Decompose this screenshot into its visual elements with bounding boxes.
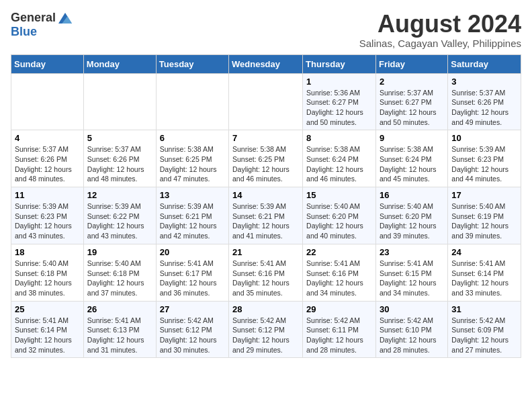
calendar-cell: 29Sunrise: 5:42 AMSunset: 6:11 PMDayligh… [303, 301, 376, 358]
day-info: Sunrise: 5:42 AMSunset: 6:09 PMDaylight:… [451, 316, 517, 355]
calendar-cell: 7Sunrise: 5:38 AMSunset: 6:25 PMDaylight… [229, 130, 303, 187]
calendar-week-row: 18Sunrise: 5:40 AMSunset: 6:18 PMDayligh… [11, 244, 521, 301]
day-number: 16 [380, 190, 444, 200]
calendar-cell: 18Sunrise: 5:40 AMSunset: 6:18 PMDayligh… [11, 244, 84, 301]
day-info: Sunrise: 5:41 AMSunset: 6:14 PMDaylight:… [451, 259, 517, 298]
calendar-cell [11, 73, 84, 130]
day-number: 31 [451, 304, 517, 314]
day-number: 3 [451, 77, 517, 87]
day-number: 21 [232, 247, 299, 257]
day-info: Sunrise: 5:39 AMSunset: 6:21 PMDaylight:… [160, 201, 225, 241]
day-number: 20 [160, 247, 225, 257]
day-number: 17 [451, 190, 517, 200]
day-info: Sunrise: 5:38 AMSunset: 6:24 PMDaylight:… [380, 144, 444, 184]
calendar-cell: 30Sunrise: 5:42 AMSunset: 6:10 PMDayligh… [375, 301, 447, 358]
calendar-cell: 6Sunrise: 5:38 AMSunset: 6:25 PMDaylight… [156, 130, 228, 187]
header-wednesday: Wednesday [229, 54, 303, 73]
calendar-cell: 13Sunrise: 5:39 AMSunset: 6:21 PMDayligh… [156, 187, 228, 244]
day-number: 11 [15, 190, 80, 200]
day-number: 24 [451, 247, 517, 257]
day-info: Sunrise: 5:36 AMSunset: 6:27 PMDaylight:… [306, 88, 372, 128]
logo-general-text: General [11, 11, 56, 25]
calendar-cell: 26Sunrise: 5:41 AMSunset: 6:13 PMDayligh… [83, 301, 156, 358]
calendar-week-row: 4Sunrise: 5:37 AMSunset: 6:26 PMDaylight… [11, 130, 521, 187]
day-info: Sunrise: 5:41 AMSunset: 6:16 PMDaylight:… [232, 259, 299, 298]
calendar-cell: 3Sunrise: 5:37 AMSunset: 6:26 PMDaylight… [448, 73, 521, 130]
day-info: Sunrise: 5:42 AMSunset: 6:10 PMDaylight:… [380, 316, 444, 355]
day-info: Sunrise: 5:41 AMSunset: 6:15 PMDaylight:… [380, 259, 444, 298]
page-header: General Blue August 2024 Salinas, Cagaya… [11, 11, 521, 49]
header-friday: Friday [375, 54, 447, 73]
day-info: Sunrise: 5:37 AMSunset: 6:26 PMDaylight:… [451, 88, 517, 128]
day-number: 25 [15, 304, 80, 314]
day-info: Sunrise: 5:40 AMSunset: 6:18 PMDaylight:… [87, 259, 152, 298]
day-number: 28 [232, 304, 299, 314]
day-info: Sunrise: 5:40 AMSunset: 6:18 PMDaylight:… [15, 259, 80, 298]
day-number: 15 [306, 190, 372, 200]
calendar-cell: 1Sunrise: 5:36 AMSunset: 6:27 PMDaylight… [303, 73, 376, 130]
day-info: Sunrise: 5:38 AMSunset: 6:24 PMDaylight:… [306, 144, 372, 184]
day-info: Sunrise: 5:39 AMSunset: 6:22 PMDaylight:… [87, 201, 152, 241]
day-info: Sunrise: 5:37 AMSunset: 6:27 PMDaylight:… [380, 88, 444, 128]
calendar-cell: 16Sunrise: 5:40 AMSunset: 6:20 PMDayligh… [375, 187, 447, 244]
day-number: 14 [232, 190, 299, 200]
calendar-cell: 25Sunrise: 5:41 AMSunset: 6:14 PMDayligh… [11, 301, 84, 358]
day-number: 19 [87, 247, 152, 257]
day-number: 13 [160, 190, 225, 200]
day-number: 30 [380, 304, 444, 314]
day-info: Sunrise: 5:40 AMSunset: 6:19 PMDaylight:… [451, 201, 517, 241]
location-title: Salinas, Cagayan Valley, Philippines [359, 38, 521, 49]
header-saturday: Saturday [448, 54, 521, 73]
header-sunday: Sunday [11, 54, 84, 73]
calendar-cell: 17Sunrise: 5:40 AMSunset: 6:19 PMDayligh… [448, 187, 521, 244]
day-info: Sunrise: 5:38 AMSunset: 6:25 PMDaylight:… [232, 144, 299, 184]
calendar-cell: 5Sunrise: 5:37 AMSunset: 6:26 PMDaylight… [83, 130, 156, 187]
calendar-week-row: 25Sunrise: 5:41 AMSunset: 6:14 PMDayligh… [11, 301, 521, 358]
calendar-week-row: 11Sunrise: 5:39 AMSunset: 6:23 PMDayligh… [11, 187, 521, 244]
day-info: Sunrise: 5:39 AMSunset: 6:21 PMDaylight:… [232, 201, 299, 241]
day-number: 12 [87, 190, 152, 200]
day-number: 1 [306, 77, 372, 87]
day-info: Sunrise: 5:42 AMSunset: 6:12 PMDaylight:… [232, 316, 299, 355]
day-number: 10 [451, 133, 517, 143]
calendar-cell: 14Sunrise: 5:39 AMSunset: 6:21 PMDayligh… [229, 187, 303, 244]
day-info: Sunrise: 5:39 AMSunset: 6:23 PMDaylight:… [451, 144, 517, 184]
calendar-cell: 4Sunrise: 5:37 AMSunset: 6:26 PMDaylight… [11, 130, 84, 187]
day-info: Sunrise: 5:41 AMSunset: 6:14 PMDaylight:… [15, 316, 80, 355]
day-info: Sunrise: 5:40 AMSunset: 6:20 PMDaylight:… [306, 201, 372, 241]
calendar-week-row: 1Sunrise: 5:36 AMSunset: 6:27 PMDaylight… [11, 73, 521, 130]
calendar-cell: 10Sunrise: 5:39 AMSunset: 6:23 PMDayligh… [448, 130, 521, 187]
month-title: August 2024 [359, 11, 521, 38]
calendar-cell: 19Sunrise: 5:40 AMSunset: 6:18 PMDayligh… [83, 244, 156, 301]
calendar-cell: 22Sunrise: 5:41 AMSunset: 6:16 PMDayligh… [303, 244, 376, 301]
day-number: 4 [15, 133, 80, 143]
day-number: 23 [380, 247, 444, 257]
calendar-cell: 21Sunrise: 5:41 AMSunset: 6:16 PMDayligh… [229, 244, 303, 301]
logo-blue-text: Blue [11, 25, 37, 39]
day-number: 26 [87, 304, 152, 314]
calendar-cell: 20Sunrise: 5:41 AMSunset: 6:17 PMDayligh… [156, 244, 228, 301]
day-info: Sunrise: 5:41 AMSunset: 6:13 PMDaylight:… [87, 316, 152, 355]
day-info: Sunrise: 5:41 AMSunset: 6:17 PMDaylight:… [160, 259, 225, 298]
header-tuesday: Tuesday [156, 54, 228, 73]
logo: General Blue [11, 11, 72, 39]
calendar-cell [229, 73, 303, 130]
day-number: 6 [160, 133, 225, 143]
calendar-cell [156, 73, 228, 130]
day-info: Sunrise: 5:40 AMSunset: 6:20 PMDaylight:… [380, 201, 444, 241]
day-number: 8 [306, 133, 372, 143]
day-info: Sunrise: 5:39 AMSunset: 6:23 PMDaylight:… [15, 201, 80, 241]
calendar-cell: 27Sunrise: 5:42 AMSunset: 6:12 PMDayligh… [156, 301, 228, 358]
calendar-cell [83, 73, 156, 130]
day-info: Sunrise: 5:41 AMSunset: 6:16 PMDaylight:… [306, 259, 372, 298]
calendar-cell: 11Sunrise: 5:39 AMSunset: 6:23 PMDayligh… [11, 187, 84, 244]
day-number: 2 [380, 77, 444, 87]
day-info: Sunrise: 5:37 AMSunset: 6:26 PMDaylight:… [15, 144, 80, 184]
calendar-cell: 28Sunrise: 5:42 AMSunset: 6:12 PMDayligh… [229, 301, 303, 358]
calendar-cell: 12Sunrise: 5:39 AMSunset: 6:22 PMDayligh… [83, 187, 156, 244]
title-block: August 2024 Salinas, Cagayan Valley, Phi… [359, 11, 521, 49]
calendar-table: SundayMondayTuesdayWednesdayThursdayFrid… [11, 54, 521, 359]
calendar-cell: 15Sunrise: 5:40 AMSunset: 6:20 PMDayligh… [303, 187, 376, 244]
day-number: 27 [160, 304, 225, 314]
calendar-cell: 9Sunrise: 5:38 AMSunset: 6:24 PMDaylight… [375, 130, 447, 187]
